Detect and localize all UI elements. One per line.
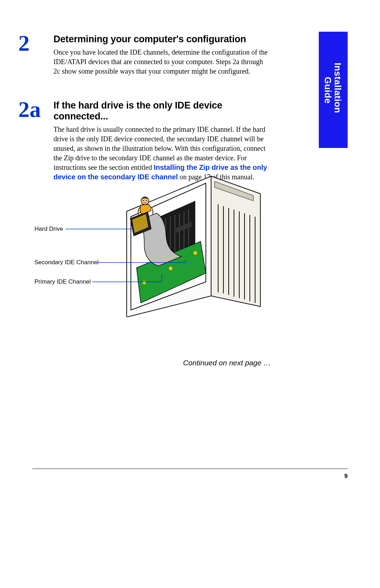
- continued-note: Continued on next page …: [183, 359, 271, 367]
- body-2: Once you have located the IDE channels, …: [53, 48, 268, 76]
- side-tab-line2: Guide: [322, 77, 333, 104]
- heading-2a: If the hard drive is the only IDE device…: [53, 100, 268, 122]
- side-tab: Installation Guide: [319, 32, 348, 148]
- heading-2: Determining your computer's configuratio…: [53, 34, 268, 45]
- computer-illustration: [106, 166, 267, 317]
- step-number-2a: 2a: [18, 97, 41, 123]
- svg-point-33: [143, 200, 144, 201]
- footer-rule: [32, 469, 348, 469]
- svg-point-27: [194, 251, 197, 255]
- svg-point-28: [169, 267, 172, 270]
- side-tab-line1: Installation: [332, 63, 343, 113]
- callout-secondary-ide: Secondary IDE Channel: [34, 259, 99, 266]
- callout-hard-drive: Hard Drive: [34, 225, 63, 233]
- section-2: Determining your computer's configuratio…: [53, 34, 268, 76]
- callout-primary-ide: Primary IDE Channel: [34, 278, 91, 285]
- svg-point-29: [142, 281, 146, 284]
- document-page: Installation Guide 2 Determining your co…: [0, 0, 380, 588]
- step-number-2: 2: [18, 30, 30, 56]
- svg-point-34: [146, 200, 147, 201]
- page-number: 9: [344, 473, 348, 480]
